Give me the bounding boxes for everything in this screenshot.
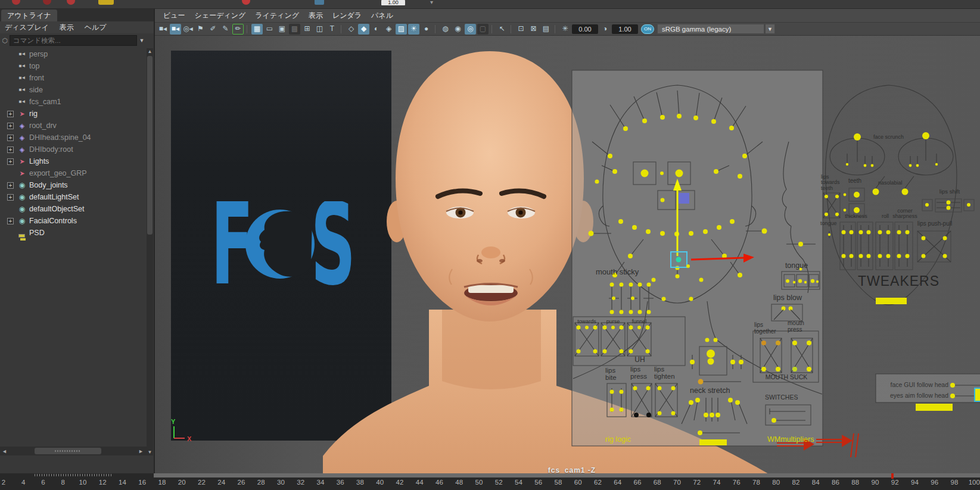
color-management-on-button[interactable]: ON bbox=[641, 24, 654, 34]
expand-icon[interactable]: + bbox=[7, 218, 14, 224]
menu-shading[interactable]: シェーディング bbox=[195, 11, 246, 21]
safe-action-icon[interactable]: ◫ bbox=[314, 24, 325, 35]
expand-icon[interactable]: + bbox=[7, 146, 14, 153]
frame-number[interactable]: 48 bbox=[450, 479, 468, 486]
anti-alias-icon[interactable]: ◎ bbox=[465, 24, 476, 35]
time-slider[interactable]: 2468101214161820222426283032343638404244… bbox=[0, 473, 980, 490]
outliner-item-lights[interactable]: +➤Lights bbox=[0, 155, 147, 167]
frame-number[interactable]: 10 bbox=[74, 479, 92, 486]
shelf-icon[interactable] bbox=[12, 0, 20, 5]
outliner-item-facialcontrols[interactable]: +◉FacialControls bbox=[0, 215, 147, 227]
image-plane-icon[interactable]: ▤ bbox=[540, 24, 552, 35]
bookmark-icon[interactable]: ⚑ bbox=[195, 24, 206, 35]
outliner-item-root-drv[interactable]: +◈root_drv bbox=[0, 120, 147, 132]
frame-number[interactable]: 90 bbox=[866, 479, 884, 486]
frame-number[interactable]: 30 bbox=[272, 479, 290, 486]
frame-number[interactable]: 16 bbox=[133, 479, 151, 486]
menu-view[interactable]: ビュー bbox=[163, 11, 185, 21]
contrast-icon[interactable]: ◑ bbox=[599, 24, 611, 35]
outliner-item-side[interactable]: ■◄side bbox=[0, 84, 147, 96]
frame-number[interactable]: 22 bbox=[193, 479, 211, 486]
follow-slider-bar[interactable] bbox=[916, 404, 953, 411]
menu-help[interactable]: ヘルプ bbox=[85, 23, 107, 33]
film-gate-icon[interactable]: ▭ bbox=[264, 24, 275, 35]
scrollbar-thumb[interactable] bbox=[147, 56, 153, 235]
frame-number[interactable]: 40 bbox=[371, 479, 389, 486]
frame-number[interactable]: 84 bbox=[807, 479, 825, 486]
outliner-item-dhihead-spine-04[interactable]: +◈DHIhead:spine_04 bbox=[0, 132, 147, 143]
wireframe-cube-icon[interactable]: ◇ bbox=[346, 24, 357, 35]
rig-logic-slider-bar[interactable] bbox=[699, 439, 727, 445]
frame-number[interactable]: 92 bbox=[886, 479, 904, 486]
menu-display[interactable]: ディスプレイ bbox=[5, 23, 49, 33]
frame-number[interactable]: 88 bbox=[847, 479, 864, 486]
frame-number[interactable]: 44 bbox=[410, 479, 428, 486]
filter-icon[interactable]: ⬡ bbox=[0, 37, 10, 45]
colorspace-dropdown[interactable]: sRGB gamma (legacy) bbox=[657, 24, 764, 34]
frame-number[interactable]: 62 bbox=[589, 479, 607, 486]
frame-number[interactable]: 4 bbox=[14, 479, 32, 486]
scroll-left-icon[interactable]: ◄ bbox=[2, 448, 7, 454]
expand-icon[interactable]: + bbox=[7, 158, 14, 165]
brush-icon[interactable]: ✐ bbox=[207, 24, 219, 35]
ambient-occlusion-icon[interactable]: ◍ bbox=[440, 24, 451, 35]
facial-gui-layer[interactable]: .ln { stroke:#3a3a3a; stroke-width:1.1; … bbox=[561, 65, 980, 464]
outliner-item-persp[interactable]: ■◄persp bbox=[0, 48, 147, 60]
exposure-icon[interactable]: ✳ bbox=[559, 24, 571, 35]
isolate-select-icon[interactable]: ⊡ bbox=[515, 24, 527, 35]
scroll-up-icon[interactable]: ▲ bbox=[147, 49, 153, 54]
frame-number[interactable]: 52 bbox=[490, 479, 508, 486]
transparency-icon[interactable]: ▢ bbox=[477, 24, 489, 35]
camera-icon[interactable]: ■◂ bbox=[157, 24, 169, 35]
annotate-pencil-icon[interactable]: ✏ bbox=[232, 24, 244, 35]
safe-title-icon[interactable]: T bbox=[326, 24, 338, 35]
add-brush-icon[interactable]: ✎ bbox=[220, 24, 231, 35]
wireframe-on-shaded-icon[interactable]: ◈ bbox=[383, 24, 394, 35]
motion-blur-icon[interactable]: ◉ bbox=[452, 24, 463, 35]
expand-icon[interactable]: + bbox=[7, 135, 14, 141]
frame-number[interactable]: 54 bbox=[510, 479, 528, 486]
frame-number[interactable]: 78 bbox=[748, 479, 766, 486]
select-cursor-icon[interactable]: ↖ bbox=[496, 24, 508, 35]
outliner-item-front[interactable]: ■◄front bbox=[0, 72, 147, 84]
lights-icon[interactable]: ☀ bbox=[408, 24, 419, 35]
viewport-canvas[interactable]: F S bbox=[155, 36, 980, 473]
gate-mask-icon[interactable]: ▩ bbox=[289, 24, 300, 35]
frame-number[interactable]: 46 bbox=[431, 479, 449, 486]
shaded-cube-icon[interactable]: ◆ bbox=[358, 24, 369, 35]
expand-icon[interactable]: + bbox=[7, 182, 14, 189]
menu-renderer[interactable]: レンダラ bbox=[332, 11, 362, 21]
shadows-icon[interactable]: ● bbox=[421, 24, 432, 35]
scrollbar-thumb[interactable] bbox=[35, 448, 101, 454]
frame-number[interactable]: 36 bbox=[331, 479, 349, 486]
shelf-icon[interactable] bbox=[315, 0, 324, 5]
menu-panels[interactable]: パネル bbox=[371, 11, 393, 21]
frame-number[interactable]: 60 bbox=[569, 479, 587, 486]
shelf-number-field[interactable]: 1.00 bbox=[381, 0, 405, 5]
use-default-material-icon[interactable]: ▨ bbox=[396, 24, 407, 35]
isolate-add-icon[interactable]: ⊠ bbox=[528, 24, 539, 35]
selected-yellow-bar[interactable] bbox=[975, 388, 980, 401]
menu-show[interactable]: 表示 bbox=[60, 23, 74, 33]
frame-number[interactable]: 64 bbox=[609, 479, 627, 486]
expand-icon[interactable]: + bbox=[7, 194, 14, 201]
grid-icon[interactable]: ▦ bbox=[251, 24, 263, 35]
field-chart-icon[interactable]: ⊞ bbox=[301, 24, 313, 35]
frame-number[interactable]: 20 bbox=[173, 479, 191, 486]
current-frame-marker[interactable] bbox=[891, 473, 894, 479]
gamma-field[interactable]: 1.00 bbox=[612, 24, 638, 34]
frame-number[interactable]: 26 bbox=[232, 479, 250, 486]
frame-number[interactable]: 74 bbox=[708, 479, 726, 486]
frame-number[interactable]: 94 bbox=[906, 479, 924, 486]
scroll-down-icon[interactable]: ▼ bbox=[147, 450, 153, 455]
frame-number[interactable]: 6 bbox=[35, 479, 52, 486]
menu-show[interactable]: 表示 bbox=[309, 11, 323, 21]
frame-number[interactable]: 66 bbox=[629, 479, 646, 486]
shelf-icon[interactable] bbox=[98, 0, 114, 5]
frame-number[interactable]: 8 bbox=[54, 479, 72, 486]
outliner-item-rig[interactable]: +➤rig bbox=[0, 108, 147, 120]
scroll-right-icon[interactable]: ► bbox=[138, 448, 144, 454]
chevron-down-icon[interactable]: ▼ bbox=[766, 24, 775, 34]
frame-number[interactable]: 72 bbox=[688, 479, 706, 486]
command-search-input[interactable] bbox=[10, 35, 137, 46]
